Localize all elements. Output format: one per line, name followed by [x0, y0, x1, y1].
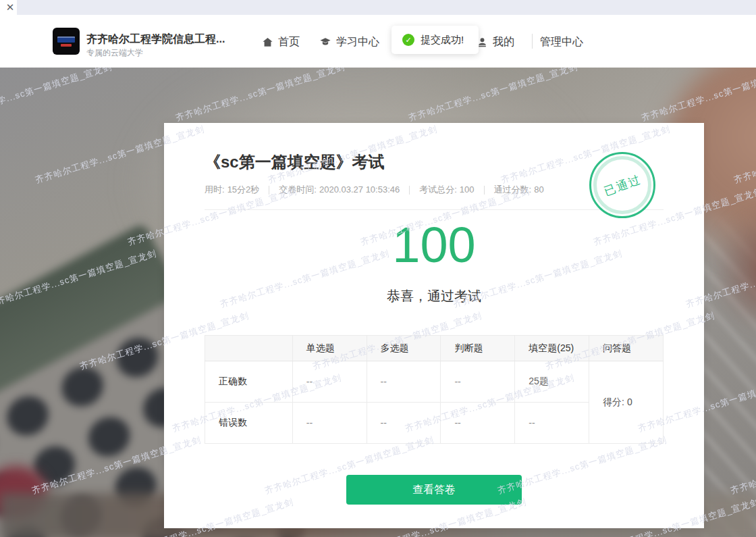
toast-message: 提交成功! [421, 34, 464, 47]
close-icon[interactable] [4, 1, 16, 14]
meta-divider [269, 186, 269, 195]
congrats-message: 恭喜，通过考试 [205, 287, 664, 305]
meta-divider [409, 186, 410, 195]
nav-mine[interactable]: 我的 [477, 34, 514, 50]
cell-wrong-single: -- [292, 403, 367, 444]
site-subtitle: 专属的云端大学 [86, 47, 143, 59]
top-bar [17, 0, 756, 15]
cell-correct-fill: 25题 [515, 361, 589, 403]
meta-duration: 用时:15分2秒 [205, 184, 259, 196]
cell-correct-judgment: -- [441, 361, 515, 403]
row-wrong-label: 错误数 [205, 403, 293, 444]
submit-success-toast: 提交成功! [392, 26, 479, 54]
col-multi-choice: 多选题 [367, 336, 441, 361]
table-row: 正确数 -- -- -- 25题 得分: 0 [205, 361, 664, 403]
nav-mine-label: 我的 [493, 35, 514, 49]
view-answers-button[interactable]: 查看答卷 [346, 475, 522, 505]
col-fill-blank: 填空题(25) [515, 336, 589, 361]
cell-wrong-multi: -- [367, 403, 441, 444]
nav-learning-center[interactable]: 学习中心 [319, 34, 379, 50]
results-table: 单选题 多选题 判断题 填空题(25) 问答题 正确数 -- -- -- 25题… [205, 335, 664, 444]
logo-redline [61, 44, 72, 47]
cell-correct-multi: -- [367, 361, 441, 403]
cell-wrong-fill: -- [515, 403, 589, 444]
nav-home-label: 首页 [278, 35, 300, 49]
meta-total-score: 考试总分:100 [419, 184, 474, 196]
col-qa: 问答题 [589, 336, 664, 361]
meta-pass-score: 通过分数:80 [494, 184, 544, 196]
check-circle-icon [402, 34, 414, 46]
col-single-choice: 单选题 [292, 336, 367, 361]
nav-divider [532, 34, 533, 49]
header: 齐齐哈尔工程学院信息工程... 专属的云端大学 首页 学习中心 我的 管理中心 … [0, 0, 756, 68]
nav-learning-center-label: 学习中心 [336, 35, 379, 49]
meta-divider [484, 186, 485, 195]
meta-submit-time: 交卷时间:2020.03.27 10:53:46 [279, 184, 400, 196]
table-header-row: 单选题 多选题 判断题 填空题(25) 问答题 [205, 336, 664, 361]
cell-qa-score: 得分: 0 [589, 361, 664, 444]
exam-result-card: 《sc第一篇填空题》考试 用时:15分2秒 交卷时间:2020.03.27 10… [164, 123, 704, 528]
site-logo[interactable] [53, 28, 80, 55]
logo-banner [57, 36, 75, 43]
exam-score: 100 [205, 218, 664, 272]
col-judgment: 判断题 [441, 336, 515, 361]
passed-stamp-badge: 已通过 [589, 152, 655, 218]
row-correct-label: 正确数 [205, 361, 293, 403]
col-blank [205, 336, 293, 361]
divider-line [205, 209, 664, 210]
home-icon [262, 36, 273, 48]
grad-cap-icon [319, 36, 331, 48]
site-title: 齐齐哈尔工程学院信息工程... [86, 32, 225, 47]
nav-admin-center-label: 管理中心 [540, 35, 583, 49]
cell-correct-single: -- [292, 361, 367, 403]
nav-admin-center[interactable]: 管理中心 [540, 34, 583, 50]
nav-home[interactable]: 首页 [262, 34, 300, 50]
cell-wrong-judgment: -- [441, 403, 515, 444]
